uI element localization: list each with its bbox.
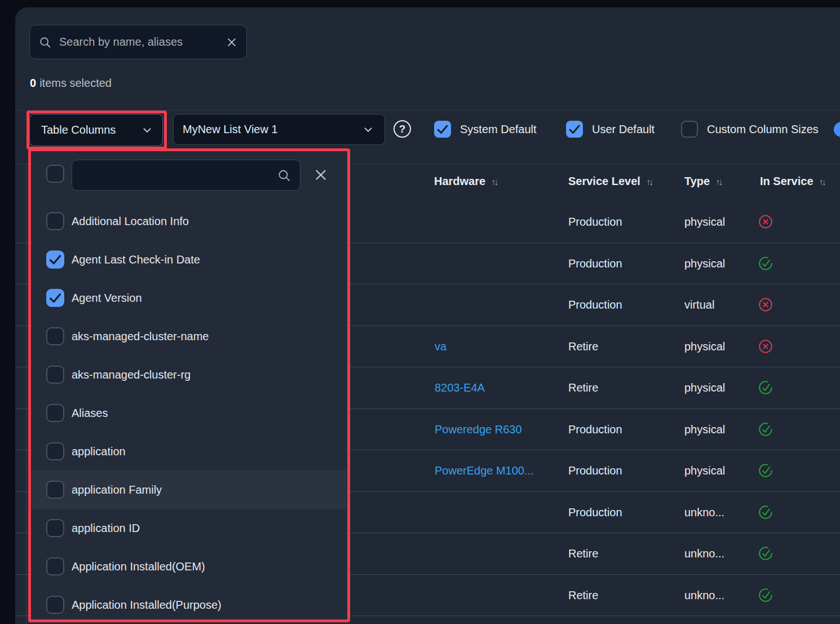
sort-icon[interactable]: ↑↓ xyxy=(491,177,497,187)
system-default-label: System Default xyxy=(460,123,537,136)
column-picker-header xyxy=(32,151,347,202)
column-picker-item[interactable]: Application Installed(OEM) xyxy=(32,547,347,586)
column-checkbox[interactable] xyxy=(46,289,64,307)
in-service-icon xyxy=(758,256,773,271)
in-service-status xyxy=(758,505,773,520)
type-value: virtual xyxy=(684,298,714,311)
column-picker-item[interactable]: application xyxy=(32,432,347,471)
service-level-value: Retire xyxy=(568,381,598,394)
select-all-checkbox[interactable] xyxy=(46,165,64,183)
column-search[interactable] xyxy=(72,160,300,191)
list-view-value: MyNew List View 1 xyxy=(183,123,278,136)
column-picker-item[interactable]: aks-managed-cluster-rg xyxy=(32,355,347,394)
column-picker-item-label: application xyxy=(72,445,126,458)
in-service-icon xyxy=(758,380,773,395)
sort-icon[interactable]: ↑↓ xyxy=(819,177,825,187)
service-level-value: Retire xyxy=(568,588,598,601)
search-icon xyxy=(277,169,291,182)
column-checkbox[interactable] xyxy=(46,366,64,384)
hardware-link[interactable]: va xyxy=(435,340,446,353)
column-checkbox[interactable] xyxy=(46,442,64,460)
column-header-type[interactable]: Type↑↓ xyxy=(684,175,721,188)
in-service-status xyxy=(758,463,773,478)
column-header-in-service[interactable]: In Service↑↓ xyxy=(760,175,825,188)
service-level-value: Production xyxy=(568,216,622,228)
not-in-service-icon xyxy=(758,339,773,354)
service-level-value: Production xyxy=(568,464,622,477)
check-icon xyxy=(46,251,64,269)
close-icon[interactable] xyxy=(313,168,328,182)
type-value: physical xyxy=(684,381,725,394)
chevron-down-icon xyxy=(141,124,153,137)
column-checkbox[interactable] xyxy=(46,251,64,269)
hardware-link[interactable]: Poweredge R630 xyxy=(435,423,522,436)
column-picker-item[interactable]: Agent Version xyxy=(32,279,347,317)
in-service-status xyxy=(758,588,773,603)
column-picker-item-label: Agent Last Check-in Date xyxy=(72,253,200,266)
type-value: unkno... xyxy=(684,506,724,518)
column-search-input[interactable] xyxy=(81,168,277,182)
clear-search-icon[interactable] xyxy=(226,37,237,48)
column-header-label: Hardware xyxy=(434,175,485,187)
column-picker-item-label: application Family xyxy=(72,484,162,496)
column-picker-item-label: Application Installed(OEM) xyxy=(72,560,205,573)
column-picker-item-label: Additional Location Info xyxy=(72,215,189,228)
in-service-status xyxy=(758,422,773,437)
service-level-value: Production xyxy=(568,298,622,311)
table-columns-label: Table Columns xyxy=(41,124,116,137)
help-icon[interactable]: ? xyxy=(394,120,411,138)
list-view-select[interactable]: MyNew List View 1 xyxy=(173,114,385,145)
column-checkbox[interactable] xyxy=(46,212,64,230)
column-checkbox[interactable] xyxy=(46,519,64,537)
global-search-input[interactable] xyxy=(58,35,219,49)
not-in-service-icon xyxy=(758,297,773,312)
column-checkbox[interactable] xyxy=(46,327,64,345)
column-picker-item[interactable]: Agent Last Check-in Date xyxy=(32,240,347,279)
in-service-status xyxy=(758,214,773,229)
column-picker-item[interactable]: Application Installed(Purpose) xyxy=(32,586,347,624)
hardware-link[interactable]: 8203-E4A xyxy=(435,381,485,394)
system-default-option[interactable]: System Default xyxy=(434,121,537,138)
screen: 0items selected Table Columns MyNew List… xyxy=(0,0,840,624)
system-default-checkbox[interactable] xyxy=(434,121,451,138)
in-service-status xyxy=(758,546,773,561)
sort-icon[interactable]: ↑↓ xyxy=(715,177,721,187)
in-service-status xyxy=(758,380,773,395)
custom-column-sizes-label: Custom Column Sizes xyxy=(707,123,819,136)
column-header-hardware[interactable]: Hardware↑↓ xyxy=(434,175,497,188)
selection-summary: 0items selected xyxy=(30,77,112,90)
chevron-down-icon xyxy=(362,124,374,136)
type-value: unkno... xyxy=(684,547,724,560)
column-header-service-level[interactable]: Service Level↑↓ xyxy=(568,175,652,188)
type-value: unkno... xyxy=(684,588,724,601)
column-checkbox[interactable] xyxy=(46,404,64,422)
column-picker-item[interactable]: Additional Location Info xyxy=(32,202,347,240)
custom-column-sizes-checkbox[interactable] xyxy=(681,121,698,138)
column-header-label: In Service xyxy=(760,175,814,187)
help-glyph: ? xyxy=(399,123,406,135)
global-search[interactable] xyxy=(29,25,247,59)
column-picker-item-label: Agent Version xyxy=(72,292,142,305)
table-columns-button[interactable]: Table Columns xyxy=(29,114,163,146)
column-checkbox[interactable] xyxy=(46,481,64,499)
column-picker-item[interactable]: aks-managed-cluster-name xyxy=(32,317,347,355)
type-value: physical xyxy=(684,340,725,353)
in-service-status xyxy=(758,297,773,312)
hardware-link[interactable]: PowerEdge M100... xyxy=(435,464,534,477)
column-checkbox[interactable] xyxy=(46,557,64,575)
column-picker-item[interactable]: application ID xyxy=(32,509,347,547)
column-checkbox[interactable] xyxy=(46,596,64,614)
user-default-label: User Default xyxy=(592,123,655,136)
section-divider xyxy=(15,110,840,111)
custom-column-sizes-option[interactable]: Custom Column Sizes xyxy=(681,121,819,138)
user-default-checkbox[interactable] xyxy=(566,121,583,138)
column-picker-list: Additional Location Info Agent Last Chec… xyxy=(32,202,347,624)
user-default-option[interactable]: User Default xyxy=(566,121,655,138)
service-level-value: Production xyxy=(568,423,622,436)
column-picker-item[interactable]: Aliases xyxy=(32,394,347,432)
sort-icon[interactable]: ↑↓ xyxy=(646,177,652,187)
column-picker-item[interactable]: application Family xyxy=(32,471,347,509)
column-picker-item-label: application ID xyxy=(72,522,140,535)
column-picker-item-label: aks-managed-cluster-rg xyxy=(72,368,191,381)
type-value: physical xyxy=(684,216,725,228)
